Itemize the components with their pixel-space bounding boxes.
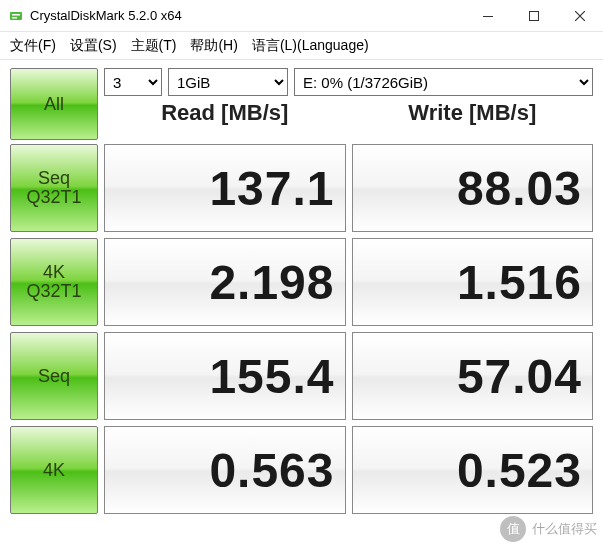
4k-button[interactable]: 4K: [10, 426, 98, 514]
seq-q32t1-read: 137.1: [104, 144, 346, 232]
client-area: All 3 1GiB E: 0% (1/3726GiB) Read [MB/s]…: [0, 60, 603, 524]
table-row: 4K Q32T1 2.198 1.516: [10, 238, 593, 326]
controls: 3 1GiB E: 0% (1/3726GiB): [104, 68, 593, 96]
app-icon: [8, 8, 24, 24]
window-title: CrystalDiskMark 5.2.0 x64: [30, 8, 465, 23]
header-row: Read [MB/s] Write [MB/s]: [104, 96, 593, 132]
runs-select[interactable]: 3: [104, 68, 162, 96]
svg-rect-1: [12, 14, 20, 16]
svg-rect-4: [530, 11, 539, 20]
all-button[interactable]: All: [10, 68, 98, 140]
seq-button[interactable]: Seq: [10, 332, 98, 420]
menu-file[interactable]: 文件(F): [10, 37, 56, 55]
menu-language[interactable]: 语言(L)(Language): [252, 37, 369, 55]
4k-read: 0.563: [104, 426, 346, 514]
menu-help[interactable]: 帮助(H): [190, 37, 237, 55]
seq-q32t1-button[interactable]: Seq Q32T1: [10, 144, 98, 232]
4k-q32t1-read: 2.198: [104, 238, 346, 326]
close-button[interactable]: [557, 0, 603, 32]
table-row: Seq 155.4 57.04: [10, 332, 593, 420]
results-grid: Seq Q32T1 137.1 88.03 4K Q32T1 2.198 1.5…: [10, 144, 593, 514]
seq-read: 155.4: [104, 332, 346, 420]
svg-rect-0: [10, 12, 22, 20]
seq-q32t1-write: 88.03: [352, 144, 594, 232]
menu-theme[interactable]: 主题(T): [131, 37, 177, 55]
4k-q32t1-write: 1.516: [352, 238, 594, 326]
maximize-button[interactable]: [511, 0, 557, 32]
all-button-label: All: [44, 95, 64, 114]
seq-write: 57.04: [352, 332, 594, 420]
4k-q32t1-button[interactable]: 4K Q32T1: [10, 238, 98, 326]
titlebar: CrystalDiskMark 5.2.0 x64: [0, 0, 603, 32]
svg-rect-2: [12, 17, 17, 19]
read-header: Read [MB/s]: [104, 96, 346, 132]
table-row: Seq Q32T1 137.1 88.03: [10, 144, 593, 232]
menu-settings[interactable]: 设置(S): [70, 37, 117, 55]
minimize-button[interactable]: [465, 0, 511, 32]
drive-select[interactable]: E: 0% (1/3726GiB): [294, 68, 593, 96]
menubar: 文件(F) 设置(S) 主题(T) 帮助(H) 语言(L)(Language): [0, 32, 603, 60]
svg-rect-3: [483, 16, 493, 17]
4k-write: 0.523: [352, 426, 594, 514]
write-header: Write [MB/s]: [352, 96, 594, 132]
table-row: 4K 0.563 0.523: [10, 426, 593, 514]
size-select[interactable]: 1GiB: [168, 68, 288, 96]
top-row: All 3 1GiB E: 0% (1/3726GiB) Read [MB/s]…: [10, 68, 593, 140]
